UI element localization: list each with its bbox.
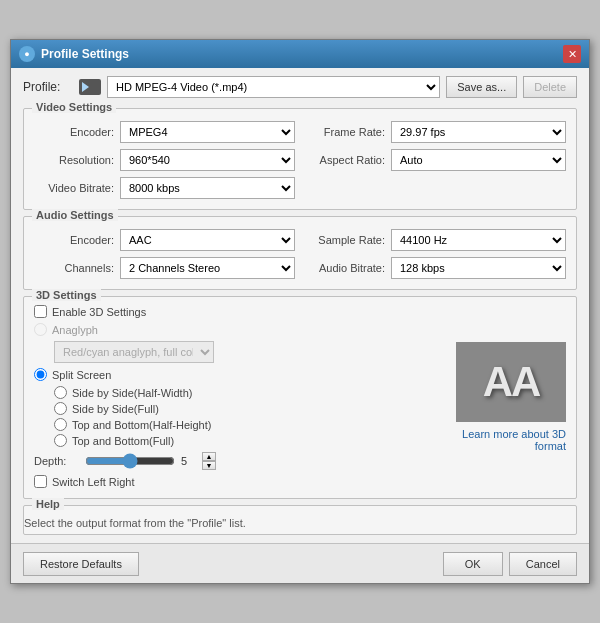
split-screen-label: Split Screen <box>52 369 111 381</box>
enable-3d-row: Enable 3D Settings <box>34 305 446 318</box>
profile-row: Profile: HD MPEG-4 Video (*.mp4) Save as… <box>23 76 577 98</box>
anaglyph-select-wrapper: Red/cyan anaglyph, full color <box>34 341 446 363</box>
side-by-side-half-radio[interactable] <box>54 386 67 399</box>
anaglyph-select[interactable]: Red/cyan anaglyph, full color <box>54 341 214 363</box>
enable-3d-checkbox[interactable] <box>34 305 47 318</box>
dialog-footer: Restore Defaults OK Cancel <box>11 543 589 583</box>
title-bar-left: ● Profile Settings <box>19 46 129 62</box>
title-bar: ● Profile Settings ✕ <box>11 40 589 68</box>
resolution-select[interactable]: 960*540 <box>120 149 295 171</box>
video-file-icon <box>79 79 101 95</box>
video-settings-grid: Encoder: MPEG4 Frame Rate: 29.97 fps <box>34 121 566 199</box>
ok-button[interactable]: OK <box>443 552 503 576</box>
audio-bitrate-label: Audio Bitrate: <box>305 262 385 274</box>
close-button[interactable]: ✕ <box>563 45 581 63</box>
aspect-ratio-select[interactable]: Auto <box>391 149 566 171</box>
side-by-side-full-label: Side by Side(Full) <box>72 403 159 415</box>
switch-lr-label: Switch Left Right <box>52 476 135 488</box>
video-settings-section: Video Settings Encoder: MPEG4 Frame Rate… <box>23 108 577 210</box>
3d-settings-left: Enable 3D Settings Anaglyph Red/cyan ana… <box>34 305 446 488</box>
audio-bitrate-select[interactable]: 128 kbps <box>391 257 566 279</box>
split-screen-radio[interactable] <box>34 368 47 381</box>
split-screen-row: Split Screen <box>34 368 446 381</box>
aspect-ratio-label: Aspect Ratio: <box>305 154 385 166</box>
app-icon: ● <box>19 46 35 62</box>
side-by-side-full-row: Side by Side(Full) <box>54 402 446 415</box>
aa-text: AA <box>483 358 540 406</box>
video-settings-title: Video Settings <box>32 101 116 113</box>
cancel-button[interactable]: Cancel <box>509 552 577 576</box>
anaglyph-row: Anaglyph <box>34 323 446 336</box>
encoder-select[interactable]: MPEG4 <box>120 121 295 143</box>
channels-select[interactable]: 2 Channels Stereo <box>120 257 295 279</box>
top-bottom-half-row: Top and Bottom(Half-Height) <box>54 418 446 431</box>
help-text: Select the output format from the "Profi… <box>24 517 246 529</box>
profile-select[interactable]: HD MPEG-4 Video (*.mp4) <box>107 76 440 98</box>
split-screen-options: Side by Side(Half-Width) Side by Side(Fu… <box>34 386 446 447</box>
help-title: Help <box>32 498 64 510</box>
frame-rate-label: Frame Rate: <box>305 126 385 138</box>
audio-encoder-select[interactable]: AAC <box>120 229 295 251</box>
aa-preview: AA <box>456 342 566 422</box>
switch-lr-row: Switch Left Right <box>34 475 446 488</box>
top-bottom-full-row: Top and Bottom(Full) <box>54 434 446 447</box>
audio-encoder-row: Encoder: AAC <box>34 229 295 251</box>
depth-down-button[interactable]: ▼ <box>202 461 216 470</box>
audio-settings-title: Audio Settings <box>32 209 118 221</box>
top-bottom-half-label: Top and Bottom(Half-Height) <box>72 419 211 431</box>
top-bottom-half-radio[interactable] <box>54 418 67 431</box>
sample-rate-select[interactable]: 44100 Hz <box>391 229 566 251</box>
audio-settings-grid: Encoder: AAC Sample Rate: 44100 Hz <box>34 229 566 279</box>
switch-lr-checkbox[interactable] <box>34 475 47 488</box>
channels-label: Channels: <box>34 262 114 274</box>
audio-bitrate-row: Audio Bitrate: 128 kbps <box>305 257 566 279</box>
depth-value: 5 <box>181 455 196 467</box>
dialog-title: Profile Settings <box>41 47 129 61</box>
video-bitrate-select[interactable]: 8000 kbps <box>120 177 295 199</box>
resolution-label: Resolution: <box>34 154 114 166</box>
learn-more-link[interactable]: Learn more about 3D format <box>456 428 566 452</box>
help-section: Help Select the output format from the "… <box>23 505 577 535</box>
dialog-content: Profile: HD MPEG-4 Video (*.mp4) Save as… <box>11 68 589 543</box>
anaglyph-label: Anaglyph <box>52 324 98 336</box>
depth-up-button[interactable]: ▲ <box>202 452 216 461</box>
frame-rate-select[interactable]: 29.97 fps <box>391 121 566 143</box>
3d-settings-right: AA Learn more about 3D format <box>456 305 566 488</box>
delete-button[interactable]: Delete <box>523 76 577 98</box>
side-by-side-half-label: Side by Side(Half-Width) <box>72 387 192 399</box>
footer-right: OK Cancel <box>443 552 577 576</box>
depth-row: Depth: 5 ▲ ▼ <box>34 452 446 470</box>
audio-settings-section: Audio Settings Encoder: AAC Sample Rate:… <box>23 216 577 290</box>
save-as-button[interactable]: Save as... <box>446 76 517 98</box>
channels-row: Channels: 2 Channels Stereo <box>34 257 295 279</box>
resolution-row: Resolution: 960*540 <box>34 149 295 171</box>
depth-slider[interactable] <box>85 454 175 468</box>
top-bottom-full-label: Top and Bottom(Full) <box>72 435 174 447</box>
placeholder-row <box>305 177 566 199</box>
top-bottom-full-radio[interactable] <box>54 434 67 447</box>
depth-spinner: ▲ ▼ <box>202 452 216 470</box>
video-bitrate-row: Video Bitrate: 8000 kbps <box>34 177 295 199</box>
profile-settings-dialog: ● Profile Settings ✕ Profile: HD MPEG-4 … <box>10 39 590 584</box>
anaglyph-radio[interactable] <box>34 323 47 336</box>
sample-rate-row: Sample Rate: 44100 Hz <box>305 229 566 251</box>
side-by-side-half-row: Side by Side(Half-Width) <box>54 386 446 399</box>
3d-settings-content: Enable 3D Settings Anaglyph Red/cyan ana… <box>34 305 566 488</box>
restore-defaults-button[interactable]: Restore Defaults <box>23 552 139 576</box>
sample-rate-label: Sample Rate: <box>305 234 385 246</box>
aspect-ratio-row: Aspect Ratio: Auto <box>305 149 566 171</box>
enable-3d-label: Enable 3D Settings <box>52 306 146 318</box>
profile-label: Profile: <box>23 80 73 94</box>
side-by-side-full-radio[interactable] <box>54 402 67 415</box>
frame-rate-row: Frame Rate: 29.97 fps <box>305 121 566 143</box>
encoder-row: Encoder: MPEG4 <box>34 121 295 143</box>
audio-encoder-label: Encoder: <box>34 234 114 246</box>
3d-settings-section: 3D Settings Enable 3D Settings Anaglyph … <box>23 296 577 499</box>
depth-label: Depth: <box>34 455 79 467</box>
3d-settings-title: 3D Settings <box>32 289 101 301</box>
video-bitrate-label: Video Bitrate: <box>34 182 114 194</box>
encoder-label: Encoder: <box>34 126 114 138</box>
